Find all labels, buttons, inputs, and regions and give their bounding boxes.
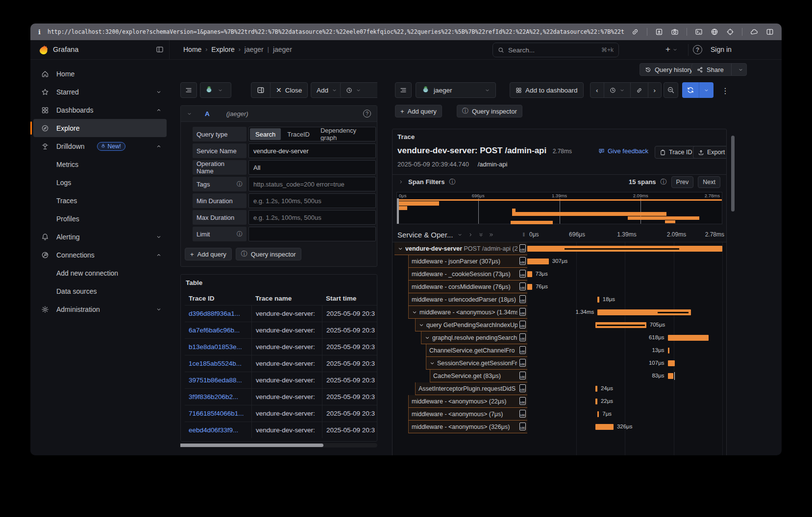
span-row[interactable]: graphql.resolve pendingSearchInLOG618μs: [393, 331, 726, 344]
minimap-drag-handle[interactable]: [397, 198, 399, 224]
chevron-down-icon[interactable]: [735, 67, 746, 72]
trace-id-button[interactable]: Trace ID: [655, 146, 697, 159]
span-collapse-icon[interactable]: [397, 246, 403, 252]
sidebar-item-logs[interactable]: Logs: [33, 173, 167, 191]
sidebar-item-metrics[interactable]: Metrics: [33, 155, 167, 173]
sidebar-item-profiles[interactable]: Profiles: [33, 210, 167, 228]
span-duration-bar[interactable]: [527, 284, 532, 290]
sidebar-item-home[interactable]: Home: [33, 65, 167, 83]
query-type-search[interactable]: Search: [250, 128, 281, 140]
cloud-icon[interactable]: [750, 28, 758, 36]
crosshair-icon[interactable]: [726, 28, 734, 36]
span-duration-bar[interactable]: [597, 309, 691, 315]
sidebar-item-starred[interactable]: Starred: [33, 83, 167, 101]
add-to-dashboard-button[interactable]: Add to dashboard: [510, 82, 584, 98]
expand-one-icon[interactable]: [468, 232, 473, 237]
operation-name-input[interactable]: All: [248, 160, 376, 175]
query-type-traceid[interactable]: TraceID: [282, 127, 315, 141]
query-help-icon[interactable]: ?: [363, 110, 371, 118]
max-duration-input[interactable]: e.g. 1.2s, 100ms, 500us: [248, 210, 376, 225]
span-filters-label[interactable]: Span Filters: [408, 178, 444, 186]
span-collapse-icon[interactable]: [418, 322, 424, 328]
span-row[interactable]: middleware - <anonymous> (326μs)LOG326μs: [393, 421, 726, 433]
span-log-icon[interactable]: LOG: [519, 423, 526, 430]
grafana-logo-icon[interactable]: [38, 45, 49, 55]
service-name-input[interactable]: vendure-dev-server: [248, 143, 376, 158]
span-duration-bar[interactable]: [597, 411, 599, 417]
globe-icon[interactable]: [711, 28, 718, 36]
breadcrumb-datasource[interactable]: jaeger: [245, 46, 264, 53]
add-query-button[interactable]: + Add query: [185, 248, 232, 260]
span-log-icon[interactable]: LOG: [519, 346, 526, 354]
span-collapse-icon[interactable]: [424, 335, 430, 341]
query-type-dependency-graph[interactable]: Dependency graph: [315, 127, 375, 141]
time-shift-left-button[interactable]: ‹: [591, 83, 604, 97]
span-log-icon[interactable]: LOG: [519, 270, 526, 278]
span-duration-bar[interactable]: [595, 386, 597, 392]
global-search-input[interactable]: Search... ⌘+k: [492, 43, 619, 57]
span-log-icon[interactable]: LOG: [519, 257, 526, 265]
expand-all-icon[interactable]: [489, 232, 494, 237]
span-duration-bar[interactable]: [527, 246, 722, 252]
span-log-icon[interactable]: LOG: [519, 397, 526, 405]
span-duration-bar[interactable]: [668, 360, 675, 366]
span-duration-bar[interactable]: [595, 424, 614, 430]
span-log-icon[interactable]: LOG: [519, 282, 526, 290]
span-collapse-icon[interactable]: [412, 309, 418, 315]
span-log-icon[interactable]: LOG: [519, 359, 526, 367]
span-row[interactable]: query GetPendingSearchIndexUpdaLOG705μs: [393, 319, 726, 331]
sidebar-item-explore[interactable]: Explore: [33, 119, 167, 137]
chevron-right-icon[interactable]: [398, 179, 404, 185]
trace-id-link[interactable]: 7166185f4066b1...: [185, 410, 251, 417]
service-operation-column-header[interactable]: Service & Oper...: [397, 231, 453, 239]
trace-id-link[interactable]: eebd4d06f33f9...: [185, 426, 251, 434]
trace-id-link[interactable]: 6a7ef6ba6c96b...: [185, 327, 251, 334]
time-picker-left[interactable]: [340, 82, 377, 98]
span-row[interactable]: middleware - <anonymous> (22μs)LOG22μs: [393, 395, 726, 408]
span-log-icon[interactable]: LOG: [519, 295, 526, 303]
split-view-icon[interactable]: [766, 28, 774, 36]
span-log-icon[interactable]: LOG: [519, 244, 526, 252]
horizontal-scrollbar-thumb[interactable]: [180, 444, 323, 447]
link-icon[interactable]: [631, 28, 639, 36]
run-query-interval-chevron[interactable]: [699, 82, 714, 98]
horizontal-scrollbar[interactable]: [180, 443, 377, 447]
datasource-picker-right[interactable]: jaeger: [416, 82, 496, 98]
window-scrollbar-thumb[interactable]: [731, 136, 735, 212]
give-feedback-link[interactable]: Give feedback: [598, 147, 648, 155]
trace-id-link[interactable]: b13e8da01853e...: [185, 343, 251, 351]
sidebar-item-dashboards[interactable]: Dashboards: [33, 101, 167, 119]
camera-icon[interactable]: [671, 28, 679, 36]
add-query-button-right[interactable]: + Add query: [395, 105, 442, 118]
query-inspector-button-right[interactable]: ⓘ Query inspector: [457, 105, 522, 118]
column-resize-grip[interactable]: ‖: [522, 232, 525, 237]
query-row-header[interactable]: A (jaeger) ?: [181, 106, 377, 122]
span-row[interactable]: middleware - _cookieSession (73μs)LOG73μ…: [393, 268, 726, 281]
limit-input[interactable]: [248, 227, 376, 241]
col-trace-name[interactable]: Trace name: [251, 291, 322, 305]
zoom-out-button[interactable]: [664, 82, 678, 98]
col-start-time[interactable]: Start time: [322, 291, 377, 305]
min-duration-input[interactable]: e.g. 1.2s, 100ms, 500us: [248, 193, 376, 208]
span-log-icon[interactable]: LOG: [519, 410, 526, 418]
datasource-picker-left[interactable]: [200, 82, 231, 98]
copy-time-link-button[interactable]: [631, 83, 648, 97]
span-log-icon[interactable]: LOG: [519, 333, 526, 341]
collapse-all-icon[interactable]: [478, 232, 484, 237]
terminal-icon[interactable]: [695, 28, 703, 36]
span-row[interactable]: middleware - corsMiddleware (76μs)LOG76μ…: [393, 281, 726, 293]
span-duration-bar[interactable]: [527, 271, 532, 277]
span-duration-bar[interactable]: [597, 297, 599, 303]
close-split-button[interactable]: ✕Close: [271, 83, 307, 97]
sidebar-item-administration[interactable]: Administration: [33, 300, 167, 318]
import-tray-icon[interactable]: [655, 28, 663, 36]
tags-input[interactable]: http.status_code=200 error=true: [248, 177, 376, 191]
sidebar-item-add-new-connection[interactable]: Add new connection: [33, 264, 167, 282]
span-row[interactable]: SessionService.getSessionFroLOG107μs: [393, 357, 726, 370]
span-log-icon[interactable]: LOG: [519, 384, 526, 392]
span-log-icon[interactable]: LOG: [519, 372, 526, 379]
sidebar-item-alerting[interactable]: Alerting: [33, 228, 167, 246]
span-row[interactable]: vendure-dev-server POST /admin-api (2LOG: [393, 242, 726, 255]
span-row[interactable]: ChannelService.getChannelFroLOG13μs: [393, 344, 726, 357]
query-inspector-button[interactable]: ⓘ Query inspector: [236, 248, 301, 260]
